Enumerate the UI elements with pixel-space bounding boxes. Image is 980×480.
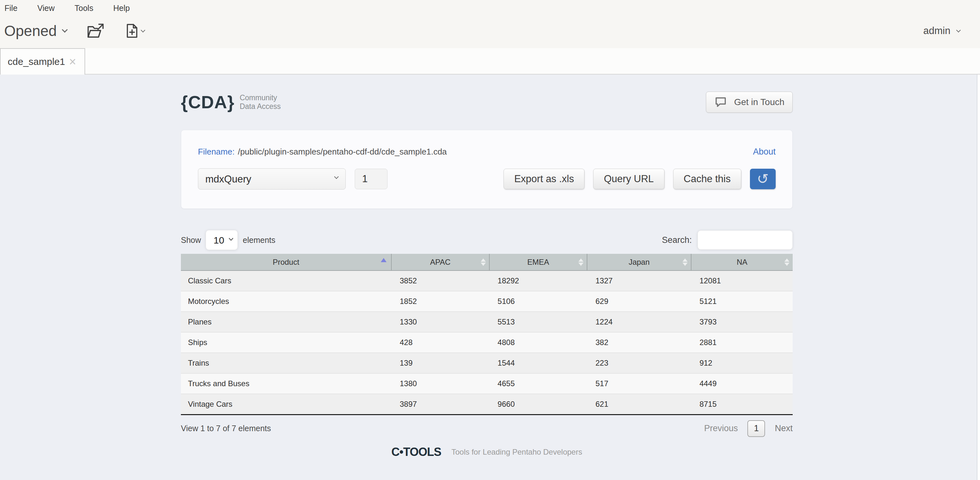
table-info: View 1 to 7 of 7 elements: [181, 424, 271, 433]
cache-this-button[interactable]: Cache this: [673, 168, 741, 189]
sort-icon: [682, 258, 687, 266]
opened-dropdown[interactable]: Opened: [4, 22, 67, 40]
query-url-button[interactable]: Query URL: [593, 168, 664, 189]
refresh-button[interactable]: ↺: [750, 168, 776, 189]
column-label: EMEA: [527, 257, 549, 266]
menu-item-tools[interactable]: Tools: [75, 3, 93, 13]
value-cell: 912: [691, 353, 793, 374]
product-cell: Vintage Cars: [181, 394, 391, 415]
value-cell: 4808: [489, 332, 587, 353]
cda-container: {CDA} Community Data Access Get in Touch…: [181, 75, 793, 459]
table-row: Planes1330551312243793: [181, 312, 793, 332]
datatable-controls: Show 10 elements Search:: [181, 230, 793, 250]
query-param-input[interactable]: [355, 168, 388, 189]
sort-ascending-icon: [381, 258, 387, 262]
pagination: Previous 1 Next: [704, 420, 793, 437]
query-panel: Filename: /public/plugin-samples/pentaho…: [181, 130, 793, 209]
value-cell: 1330: [391, 312, 489, 332]
toolbar: Opened admin: [0, 13, 980, 48]
table-row: Vintage Cars389796606218715: [181, 394, 793, 415]
page-size-select[interactable]: 10: [206, 230, 238, 250]
get-in-touch-button[interactable]: Get in Touch: [706, 92, 793, 113]
get-in-touch-label: Get in Touch: [734, 97, 784, 107]
previous-page-button[interactable]: Previous: [704, 423, 738, 434]
table-body: Classic Cars385218292132712081Motorcycle…: [181, 270, 793, 415]
value-cell: 139: [391, 353, 489, 374]
column-header-japan[interactable]: Japan: [587, 254, 691, 270]
filename: Filename: /public/plugin-samples/pentaho…: [198, 147, 447, 157]
column-header-emea[interactable]: EMEA: [489, 254, 587, 270]
value-cell: 621: [587, 394, 691, 415]
menubar: FileViewToolsHelp: [0, 0, 980, 13]
query-select-wrap: mdxQuery: [198, 168, 346, 189]
value-cell: 3897: [391, 394, 489, 415]
close-icon[interactable]: ×: [69, 56, 76, 68]
tab-cde-sample1[interactable]: cde_sample1 ×: [0, 48, 85, 75]
product-cell: Ships: [181, 332, 391, 353]
query-select[interactable]: mdxQuery: [198, 168, 346, 189]
results-table: ProductAPACEMEAJapanNA Classic Cars38521…: [181, 254, 793, 415]
table-row: Ships42848083822881: [181, 332, 793, 353]
value-cell: 629: [587, 291, 691, 312]
search-input[interactable]: [698, 230, 793, 250]
column-label: APAC: [430, 257, 451, 266]
value-cell: 5513: [489, 312, 587, 332]
value-cell: 1852: [391, 291, 489, 312]
refresh-icon: ↺: [757, 171, 769, 187]
product-cell: Classic Cars: [181, 270, 391, 291]
open-file-button[interactable]: [87, 22, 105, 39]
value-cell: 3793: [691, 312, 793, 332]
menu-item-file[interactable]: File: [5, 3, 18, 13]
filename-path: /public/plugin-samples/pentaho-cdf-dd/cd…: [238, 147, 447, 157]
opened-label: Opened: [4, 22, 57, 40]
value-cell: 4655: [489, 374, 587, 394]
value-cell: 18292: [489, 270, 587, 291]
filename-label: Filename:: [198, 147, 235, 157]
column-label: Japan: [628, 257, 649, 266]
username-label: admin: [923, 25, 950, 37]
value-cell: 1224: [587, 312, 691, 332]
value-cell: 4449: [691, 374, 793, 394]
table-header-row: ProductAPACEMEAJapanNA: [181, 254, 793, 270]
column-header-na[interactable]: NA: [691, 254, 793, 270]
new-file-button[interactable]: [125, 23, 145, 39]
menu-item-help[interactable]: Help: [113, 3, 129, 13]
show-label: Show: [181, 235, 201, 245]
about-link[interactable]: About: [753, 147, 776, 157]
menu-item-view[interactable]: View: [37, 3, 55, 13]
filename-row: Filename: /public/plugin-samples/pentaho…: [198, 147, 776, 157]
value-cell: 8715: [691, 394, 793, 415]
cda-subtitle-line2: Data Access: [240, 102, 281, 111]
cda-subtitle-line1: Community: [240, 94, 277, 102]
new-file-icon: [125, 23, 140, 39]
folder-open-icon: [87, 22, 105, 39]
value-cell: 5106: [489, 291, 587, 312]
chevron-down-icon: [62, 27, 67, 32]
value-cell: 2881: [691, 332, 793, 353]
user-menu[interactable]: admin: [923, 25, 967, 37]
value-cell: 428: [391, 332, 489, 353]
cda-header: {CDA} Community Data Access Get in Touch: [181, 89, 793, 115]
column-header-apac[interactable]: APAC: [391, 254, 489, 270]
current-page-button[interactable]: 1: [748, 420, 765, 437]
elements-label: elements: [243, 235, 275, 245]
search-label: Search:: [662, 235, 692, 245]
chevron-down-icon: [956, 28, 961, 32]
cda-logo-subtitle: Community Data Access: [240, 94, 281, 111]
tab-label: cde_sample1: [8, 56, 65, 67]
speech-bubble-icon: [714, 96, 727, 109]
table-footer-row: View 1 to 7 of 7 elements Previous 1 Nex…: [181, 420, 793, 437]
ctools-logo: C•TOOLS: [391, 445, 441, 459]
next-page-button[interactable]: Next: [775, 423, 793, 434]
value-cell: 12081: [691, 270, 793, 291]
cda-brand-logo: {CDA}: [181, 92, 235, 113]
table-row: Trucks and Buses138046555174449: [181, 374, 793, 394]
page-size-wrap: 10: [206, 230, 238, 250]
column-header-product[interactable]: Product: [181, 254, 391, 270]
column-label: NA: [737, 257, 748, 266]
value-cell: 382: [587, 332, 691, 353]
value-cell: 3852: [391, 270, 489, 291]
export-xls-button[interactable]: Export as .xls: [503, 168, 584, 189]
sort-icon: [578, 258, 584, 266]
product-cell: Motorcycles: [181, 291, 391, 312]
